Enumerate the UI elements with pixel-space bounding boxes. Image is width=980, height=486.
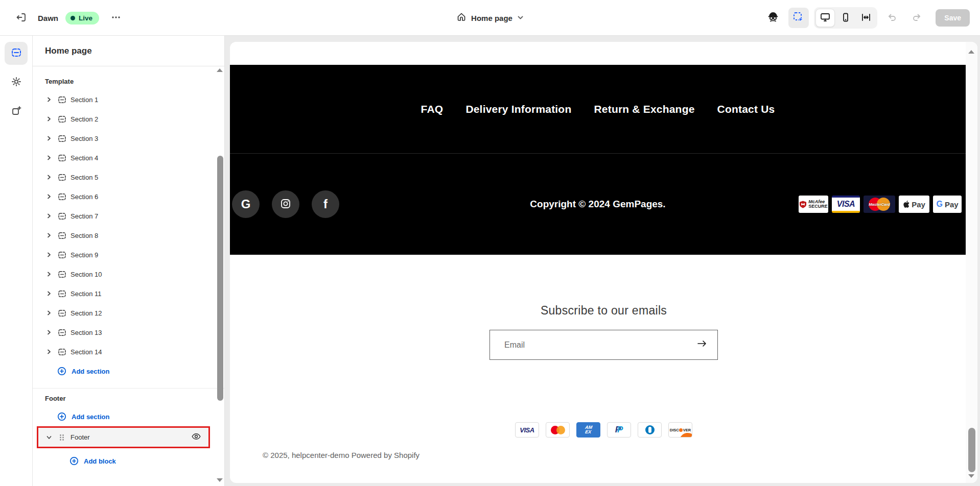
google-social-button[interactable]: G — [232, 190, 260, 218]
newsletter-submit-button[interactable] — [687, 330, 717, 359]
footer-menu-link[interactable]: Delivery Information — [465, 103, 571, 115]
rail-theme-settings-button[interactable] — [5, 71, 28, 94]
sidebar-scrollbar-thumb[interactable] — [217, 156, 223, 401]
rail-sections-button[interactable] — [5, 42, 28, 65]
device-desktop-button[interactable] — [815, 9, 835, 27]
chevron-right-icon[interactable] — [45, 212, 53, 220]
sidebar-section-row[interactable]: Section 2 — [33, 109, 224, 129]
inspect-cursor-icon — [792, 11, 805, 25]
footer-menu: FAQ Delivery Information Return & Exchan… — [230, 65, 966, 153]
footer-menu-link[interactable]: Return & Exchange — [594, 103, 694, 115]
preview-scroll-down-arrow[interactable] — [968, 474, 974, 478]
mastercard-payment-icon — [546, 422, 570, 438]
chevron-right-icon[interactable] — [45, 348, 53, 356]
email-input[interactable] — [490, 341, 687, 350]
device-mobile-button[interactable] — [836, 9, 855, 27]
topbar-left: Dawn Live — [11, 0, 126, 36]
toggle-visibility-button[interactable] — [190, 431, 202, 444]
section-icon — [57, 114, 66, 124]
storefront-preview: FAQ Delivery Information Return & Exchan… — [230, 42, 977, 483]
sidebar-section-row[interactable]: Section 12 — [33, 303, 224, 323]
chevron-right-icon[interactable] — [45, 154, 53, 162]
section-icon — [57, 134, 66, 143]
gempages-footer-section[interactable]: FAQ Delivery Information Return & Exchan… — [230, 65, 966, 255]
footer-add-section-button[interactable]: Add section — [33, 407, 224, 426]
exit-editor-button[interactable] — [11, 8, 31, 28]
drag-handle-icon[interactable] — [57, 433, 66, 442]
section-icon — [57, 192, 66, 201]
chevron-right-icon[interactable] — [45, 115, 53, 123]
sidebar-section-row[interactable]: Section 9 — [33, 245, 224, 264]
social-links: G f — [232, 190, 339, 218]
facebook-social-button[interactable]: f — [312, 190, 339, 218]
sidebar-section-row[interactable]: Section 8 — [33, 226, 224, 245]
sidebar-section-row[interactable]: Section 10 — [33, 264, 224, 284]
newsletter-heading: Subscribe to our emails — [230, 255, 977, 318]
chevron-right-icon[interactable] — [45, 95, 53, 104]
chevron-down-icon[interactable] — [45, 433, 53, 442]
sidebar-section-row[interactable]: Section 14 — [33, 342, 224, 361]
add-section-button[interactable]: Add section — [33, 361, 224, 381]
section-icon — [57, 173, 66, 182]
preview-scrollbar-thumb[interactable] — [968, 428, 975, 472]
footer-group-label: Footer — [33, 395, 224, 403]
sidebar-section-row[interactable]: Section 3 — [33, 129, 224, 148]
section-icon — [57, 328, 66, 337]
chevron-right-icon[interactable] — [45, 289, 53, 298]
section-row-label: Section 6 — [71, 193, 98, 201]
device-fullwidth-button[interactable] — [856, 9, 876, 27]
chevron-right-icon[interactable] — [45, 270, 53, 278]
exit-icon — [15, 12, 27, 25]
chevron-right-icon[interactable] — [45, 173, 53, 181]
visa-payment-icon: VISA — [515, 422, 539, 438]
chevron-right-icon[interactable] — [45, 251, 53, 259]
footer-section-row-selected[interactable]: Footer — [37, 426, 210, 448]
visa-badge: VISA — [832, 196, 860, 213]
chevron-right-icon[interactable] — [45, 328, 53, 336]
discover-swoosh — [678, 432, 692, 438]
redo-button[interactable] — [907, 8, 926, 28]
undo-button[interactable] — [882, 8, 902, 28]
sidebar-header: Home page — [33, 36, 224, 66]
chevron-right-icon[interactable] — [45, 309, 53, 317]
sidebar-section-row[interactable]: Section 13 — [33, 323, 224, 342]
add-block-button[interactable]: Add block — [33, 451, 224, 471]
sidebar-section-row[interactable]: Section 4 — [33, 148, 224, 167]
full-width-icon — [860, 12, 872, 25]
sidebar-section-row[interactable]: Section 6 — [33, 187, 224, 206]
instagram-social-button[interactable] — [272, 190, 299, 218]
footer-menu-link[interactable]: Contact Us — [717, 103, 775, 115]
apple-pay-badge: Pay — [899, 196, 929, 213]
chevron-right-icon[interactable] — [45, 192, 53, 201]
discover-payment-icon: DISC VER — [668, 422, 692, 438]
sidebar-section-row[interactable]: Section 7 — [33, 206, 224, 226]
section-row-label: Section 10 — [71, 271, 102, 278]
home-icon — [456, 12, 466, 24]
preview-scrollbar[interactable] — [966, 42, 977, 483]
sidebar-scroll-down-arrow[interactable] — [217, 478, 223, 482]
mcafee-secure-badge: McAfee SECURE — [799, 196, 828, 213]
page-selector-dropdown[interactable]: Home page — [471, 14, 524, 22]
select-element-tool-button[interactable] — [788, 8, 809, 28]
footer-menu-link[interactable]: FAQ — [421, 103, 444, 115]
facebook-icon: f — [323, 197, 328, 211]
topbar-right: Save — [763, 0, 970, 36]
sidebar-scroll-up-arrow[interactable] — [217, 68, 223, 72]
plus-circle-icon — [57, 412, 66, 421]
sidebar-section-row[interactable]: Section 5 — [33, 167, 224, 187]
sidebar-section-row[interactable]: Section 11 — [33, 284, 224, 303]
amex-payment-icon: AM EX — [576, 422, 600, 438]
save-button[interactable]: Save — [936, 9, 970, 27]
newsletter-form — [489, 330, 718, 360]
rail-apps-button[interactable] — [5, 100, 28, 123]
sidebar-section-row[interactable]: Section 1 — [33, 90, 224, 109]
section-icon — [57, 250, 66, 259]
chevron-right-icon[interactable] — [45, 231, 53, 239]
instagram-icon — [280, 198, 291, 211]
preview-scroll-up-arrow[interactable] — [968, 50, 974, 54]
section-icon — [57, 289, 66, 298]
chevron-right-icon[interactable] — [45, 134, 53, 142]
more-actions-button[interactable] — [106, 8, 126, 28]
preview-inspector-button[interactable] — [763, 8, 783, 28]
powered-by-shopify-link[interactable]: Powered by Shopify — [352, 451, 419, 459]
